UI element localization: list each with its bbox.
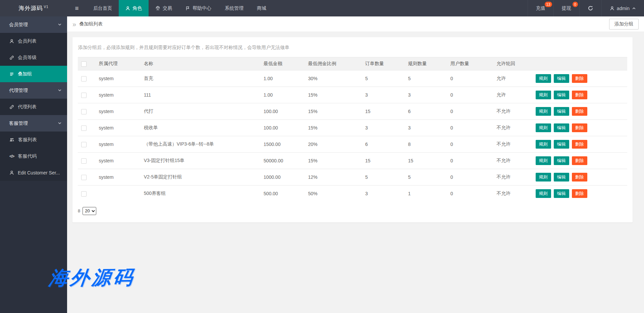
row-checkbox-cell <box>78 153 95 169</box>
edit-button[interactable]: 编辑 <box>554 91 569 99</box>
recharge-button[interactable]: 充值 13 <box>528 0 553 16</box>
sidebar-item-member-list[interactable]: 会员列表 <box>0 33 67 49</box>
sidebar-group-member-management[interactable]: 会员管理 <box>0 16 67 33</box>
cell-users: 0 <box>447 120 493 136</box>
sidebar-item-member-level[interactable]: 会员等级 <box>0 49 67 66</box>
sidebar-group-service-management[interactable]: 客服管理 <box>0 115 67 132</box>
edit-button[interactable]: 编辑 <box>554 156 569 165</box>
cell-loop: 不允许 <box>493 136 532 153</box>
cell-name: 首充 <box>141 70 260 87</box>
sidebar-item-label: 代理列表 <box>18 104 37 110</box>
cell-name: 111 <box>141 87 260 103</box>
row-checkbox[interactable] <box>81 158 87 164</box>
nav-item-system-management[interactable]: 系统管理 <box>218 0 250 16</box>
nav-item-roles[interactable]: 角色 <box>119 0 149 16</box>
cell-rules: 3 <box>405 120 447 136</box>
delete-button[interactable]: 删除 <box>572 156 587 165</box>
cell-min_amount: 100.00 <box>260 103 305 120</box>
edit-button[interactable]: 编辑 <box>554 173 569 181</box>
delete-button[interactable]: 删除 <box>572 107 587 116</box>
row-checkbox[interactable] <box>81 191 87 197</box>
edit-button[interactable]: 编辑 <box>554 123 569 132</box>
link-icon <box>9 55 14 60</box>
user-menu[interactable]: admin <box>601 0 644 16</box>
main-area: » 叠加组列表 添加分组 添加分组后，必须添加规则，并且规则需要对应好订单个数，… <box>67 16 644 313</box>
delete-button[interactable]: 删除 <box>572 140 587 149</box>
nav-item-label: 系统管理 <box>225 5 244 11</box>
delete-button[interactable]: 删除 <box>572 189 587 198</box>
nav-item-label: 交易 <box>163 5 172 11</box>
sidebar-item-service-list[interactable]: 客服列表 <box>0 132 67 148</box>
cell-min_amount: 1.00 <box>260 87 305 103</box>
row-checkbox[interactable] <box>81 175 87 180</box>
sidebar-item-stack-group[interactable]: 叠加组 <box>0 66 67 82</box>
cell-orders: 15 <box>362 103 405 120</box>
chevron-down-icon <box>58 121 62 125</box>
rule-button[interactable]: 规则 <box>536 189 551 198</box>
top-nav-right: 充值 13 提现 0 admin <box>528 0 644 16</box>
edit-button[interactable]: 编辑 <box>554 74 569 83</box>
edit-button[interactable]: 编辑 <box>554 189 569 198</box>
row-checkbox[interactable] <box>81 109 87 114</box>
rule-button[interactable]: 规则 <box>536 173 551 181</box>
row-checkbox-cell <box>78 136 95 153</box>
sidebar-item-edit-customer-service[interactable]: Edit Customer Ser... <box>0 164 67 181</box>
add-group-button[interactable]: 添加分组 <box>609 19 639 30</box>
select-all-checkbox[interactable] <box>81 61 87 67</box>
delete-button[interactable]: 删除 <box>572 173 587 181</box>
table-row: system1111.0015%330允许规则编辑删除 <box>78 87 627 103</box>
row-checkbox-cell <box>78 87 95 103</box>
app-logo-version: V1 <box>44 5 48 9</box>
rule-button[interactable]: 规则 <box>536 107 551 116</box>
cell-rules: 5 <box>405 70 447 87</box>
page-size-select[interactable]: 20 <box>83 207 96 215</box>
recharge-label: 充值 <box>536 5 545 11</box>
edit-button[interactable]: 编辑 <box>554 107 569 116</box>
row-checkbox[interactable] <box>81 93 87 98</box>
rule-button[interactable]: 规则 <box>536 156 551 165</box>
row-actions: 规则编辑删除 <box>532 136 627 153</box>
table-header: 所属代理名称最低金额最低佣金比例订单数量规则数量用户数量允许轮回 <box>78 57 627 70</box>
nav-item-help-center[interactable]: 帮助中心 <box>179 0 218 16</box>
sidebar-group-agent-management[interactable]: 代理管理 <box>0 82 67 99</box>
rule-button[interactable]: 规则 <box>536 140 551 149</box>
rule-button[interactable]: 规则 <box>536 123 551 132</box>
hamburger-menu-icon[interactable]: ≡ <box>67 0 87 16</box>
row-checkbox-cell <box>78 70 95 87</box>
cell-min_amount: 1500.00 <box>260 136 305 153</box>
nav-item-mall[interactable]: 商城 <box>250 0 273 16</box>
cell-agent: system <box>95 87 140 103</box>
row-checkbox[interactable] <box>81 125 87 131</box>
column-header: 允许轮回 <box>493 57 532 70</box>
chevron-down-icon <box>58 22 62 27</box>
nav-item-dashboard[interactable]: 后台首页 <box>87 0 119 16</box>
cell-min_commission: 20% <box>305 136 362 153</box>
total-count: 8 <box>78 208 80 213</box>
row-actions: 规则编辑删除 <box>532 70 627 87</box>
edit-button[interactable]: 编辑 <box>554 140 569 149</box>
cell-min_commission: 15% <box>305 87 362 103</box>
row-checkbox[interactable] <box>81 76 87 82</box>
person-icon <box>9 170 14 175</box>
header-checkbox-cell <box>78 57 95 70</box>
refresh-button[interactable] <box>579 0 601 16</box>
table-row: system税收单100.0015%330不允许规则编辑删除 <box>78 120 627 136</box>
sidebar-group-label: 会员管理 <box>9 22 28 28</box>
row-checkbox[interactable] <box>81 142 87 147</box>
rule-button[interactable]: 规则 <box>536 74 551 83</box>
table-row: system（带他上高速）VIP3-6单--转--8单1500.0020%680… <box>78 136 627 153</box>
cell-min_amount: 100.00 <box>260 120 305 136</box>
cell-name: V3-固定打针组15单 <box>141 153 260 169</box>
delete-button[interactable]: 删除 <box>572 123 587 132</box>
sidebar-item-agent-list[interactable]: 代理列表 <box>0 99 67 115</box>
sidebar-item-label: 客服列表 <box>18 137 37 143</box>
withdraw-button[interactable]: 提现 0 <box>553 0 579 16</box>
nav-item-label: 商城 <box>257 5 266 11</box>
delete-button[interactable]: 删除 <box>572 91 587 99</box>
nav-item-label: 帮助中心 <box>193 5 211 11</box>
row-checkbox-cell <box>78 169 95 186</box>
delete-button[interactable]: 删除 <box>572 74 587 83</box>
nav-item-trade[interactable]: 交易 <box>149 0 179 16</box>
rule-button[interactable]: 规则 <box>536 91 551 99</box>
sidebar-item-service-code[interactable]: </>客服代码 <box>0 148 67 164</box>
